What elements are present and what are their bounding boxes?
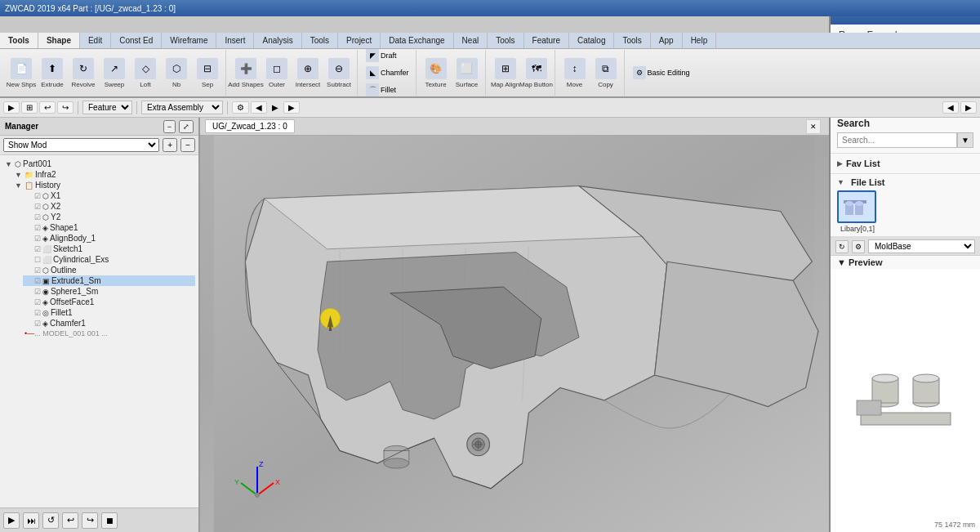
outline-label: Outline: [51, 266, 77, 275]
ribbon-tab-help[interactable]: Help: [683, 33, 717, 48]
svg-point-33: [913, 374, 939, 382]
tree-item-infra2[interactable]: ▼ 📁 Infra2: [13, 169, 195, 180]
nb-icon: ⬡: [166, 58, 187, 79]
tree-item-outline[interactable]: ☑ ⬡ Outline: [23, 265, 195, 275]
ribbon-btn-nb[interactable]: ⬡ Nb: [162, 55, 191, 91]
show-mode-dropdown[interactable]: Show Mod: [3, 138, 159, 152]
ribbon-btn-loft[interactable]: ◇ Loft: [131, 55, 160, 91]
favlist-header[interactable]: ▶ Fav List: [837, 157, 973, 170]
vp-close-btn[interactable]: ✕: [806, 119, 821, 134]
expand-all-btn[interactable]: +: [163, 138, 177, 152]
tree-item-chamfer1[interactable]: ☑ ◈ Chamfer1: [23, 318, 195, 329]
tree-item-sketch1[interactable]: ☑ ⬜ Sketch1: [23, 244, 195, 254]
tree-item-x1[interactable]: ☑ ⬡ X1: [23, 190, 195, 201]
svg-rect-34: [857, 400, 881, 415]
feature-dropdown[interactable]: Feature: [82, 101, 132, 114]
ribbon-btn-extrude[interactable]: ⬆ Extrude: [38, 55, 67, 91]
preview-settings-btn[interactable]: ⚙: [852, 240, 865, 253]
ribbon-tab-feature[interactable]: Feature: [524, 33, 569, 48]
toolbar-extra-btn2[interactable]: ▶: [960, 101, 977, 114]
ribbon-btn-map-align[interactable]: ⊞ Map Align: [491, 55, 520, 91]
toolbar-next-btn[interactable]: ▶: [283, 101, 300, 114]
toolbar-undo-btn[interactable]: ↩: [39, 101, 56, 114]
ribbon-btn-subtract[interactable]: ⊖ Subtract: [324, 55, 354, 91]
ribbon-btn-copy[interactable]: ⧉ Copy: [591, 55, 621, 91]
ribbon-tab-tools4[interactable]: Tools: [614, 33, 650, 48]
ribbon-tab-edit[interactable]: Edit: [80, 33, 111, 48]
ribbon-btn-move[interactable]: ↕ Move: [560, 55, 590, 91]
part001-label: Part001: [23, 159, 51, 168]
fillet-icon: ⌒: [366, 83, 379, 96]
fillet1-icon: ◎: [42, 309, 49, 317]
play-btn[interactable]: ▶: [3, 512, 20, 529]
tree-item-shape1[interactable]: ☑ ◈ Shape1: [23, 222, 195, 233]
viewport[interactable]: UG/_Zwcad_1.23 : 0 ✕: [200, 118, 829, 532]
search-input[interactable]: [837, 132, 957, 148]
ribbon-tab-tools[interactable]: Tools: [0, 33, 38, 48]
subtract-icon: ⊖: [328, 58, 350, 79]
tree-item-x2[interactable]: ☑ ⬡ X2: [23, 201, 195, 212]
toolbar-back-btn[interactable]: ◀: [251, 101, 267, 114]
end-btn[interactable]: ⏭: [23, 512, 39, 529]
ribbon-btn-add-shps[interactable]: ➕ Add Shapes: [231, 55, 261, 91]
toolbar-settings-btn[interactable]: ⚙: [232, 101, 249, 114]
ribbon-btn-new[interactable]: 📄 New Shps: [7, 55, 36, 91]
ribbon-tab-neal[interactable]: Neal: [454, 33, 488, 48]
ribbon-btn-sep[interactable]: ⊟ Sep: [193, 55, 222, 91]
model001-label: ... MODEL_001 001 ...: [34, 329, 108, 338]
ribbon-sm-draft[interactable]: ◤ Draft: [363, 49, 412, 64]
ribbon-tab-const[interactable]: Const Ed: [111, 33, 162, 48]
ribbon-tab-wireframe[interactable]: Wireframe: [162, 33, 216, 48]
tree-item-cylindrical[interactable]: ☐ ⬜ Cylindrical_Exs: [23, 254, 195, 265]
ribbon-tab-tools2[interactable]: Tools: [302, 33, 338, 48]
toolbar-play-btn[interactable]: ▶: [3, 101, 20, 114]
toolbar-grid-btn[interactable]: ⊞: [21, 101, 38, 114]
tree-item-part001[interactable]: ▼ ⬡ Part001: [3, 159, 195, 169]
ribbon-btn-intersect[interactable]: ⊕ Intersect: [293, 55, 323, 91]
tree-item-fillet1[interactable]: ☑ ◎ Fillet1: [23, 307, 195, 318]
ribbon-sm-fillet[interactable]: ⌒ Fillet: [363, 82, 412, 98]
ribbon-tab-insert[interactable]: Insert: [216, 33, 254, 48]
viewport-tab[interactable]: UG/_Zwcad_1.23 : 0: [205, 119, 295, 133]
ribbon-tab-tools3[interactable]: Tools: [488, 33, 523, 48]
ribbon-tab-dataex[interactable]: Data Exchange: [381, 33, 453, 48]
tree-item-offsetface1[interactable]: ☑ ◈ OffsetFace1: [23, 297, 195, 307]
ribbon-sm-chamfer[interactable]: ◣ Chamfer: [363, 65, 412, 81]
toolbar-redo-btn[interactable]: ↪: [57, 101, 74, 114]
tree-item-history[interactable]: ▼ 📋 History: [13, 180, 195, 190]
search-dropdown-btn[interactable]: ▼: [957, 132, 973, 148]
preview-section: ↻ ⚙ MoldBase MoldStd ▼ Preview: [831, 237, 980, 532]
file-item-libary[interactable]: Libary[0,1]: [837, 190, 878, 233]
toolbar-extra-btn[interactable]: ◀: [942, 101, 959, 114]
stop-btn[interactable]: ⏹: [101, 512, 118, 529]
assembly-dropdown[interactable]: Extra Assembly: [141, 101, 223, 114]
ribbon-btn-outer[interactable]: ◻ Outer: [262, 55, 292, 91]
ribbon-tab-analysis[interactable]: Analysis: [254, 33, 301, 48]
ribbon-tab-shape[interactable]: Shape: [38, 33, 80, 48]
ribbon-btn-map-btn[interactable]: 🗺 Map Button: [522, 55, 551, 91]
toolbar-divider-1: [78, 101, 78, 114]
step-back-btn[interactable]: ↩: [62, 512, 78, 529]
collapse-all-btn[interactable]: −: [180, 138, 195, 152]
tree-item-sphere1[interactable]: ☑ ◉ Sphere1_Sm: [23, 286, 195, 297]
ribbon-sm-basic[interactable]: ⚙ Basic Editing: [630, 65, 693, 81]
panel-float-btn[interactable]: ⤢: [179, 120, 194, 133]
ribbon-btn-texture[interactable]: 🎨 Texture: [421, 55, 451, 91]
ribbon-tab-catalog[interactable]: Catalog: [569, 33, 614, 48]
tree-item-extrude1[interactable]: ☑ ▣ Extrude1_Sm: [23, 275, 195, 286]
preview-refresh-btn[interactable]: ↻: [835, 240, 849, 253]
panel-minimize-btn[interactable]: −: [163, 120, 176, 133]
tree-item-alignbody[interactable]: ☑ ◈ AlignBody_1: [23, 233, 195, 244]
secondary-toolbar: ▶ ⊞ ↩ ↪ Feature Extra Assembly ⚙ ◀ ▶ ▶ ◀…: [0, 98, 980, 118]
ribbon-tab-app[interactable]: App: [651, 33, 683, 48]
loop-btn[interactable]: ↺: [42, 512, 59, 529]
tree-item-y2[interactable]: ☑ ⬡ Y2: [23, 212, 195, 222]
ribbon-tab-project[interactable]: Project: [338, 33, 381, 48]
ribbon-btn-revolve[interactable]: ↻ Revolve: [69, 55, 98, 91]
preview-dropdown[interactable]: MoldBase MoldStd: [868, 239, 975, 253]
step-fwd-btn[interactable]: ↪: [82, 512, 98, 529]
ribbon-btn-sweep[interactable]: ↗ Sweep: [100, 55, 129, 91]
ribbon-btn-surface[interactable]: ⬜ Surface: [452, 55, 482, 91]
extrude-icon: ⬆: [42, 58, 63, 79]
outer-icon: ◻: [266, 58, 287, 79]
